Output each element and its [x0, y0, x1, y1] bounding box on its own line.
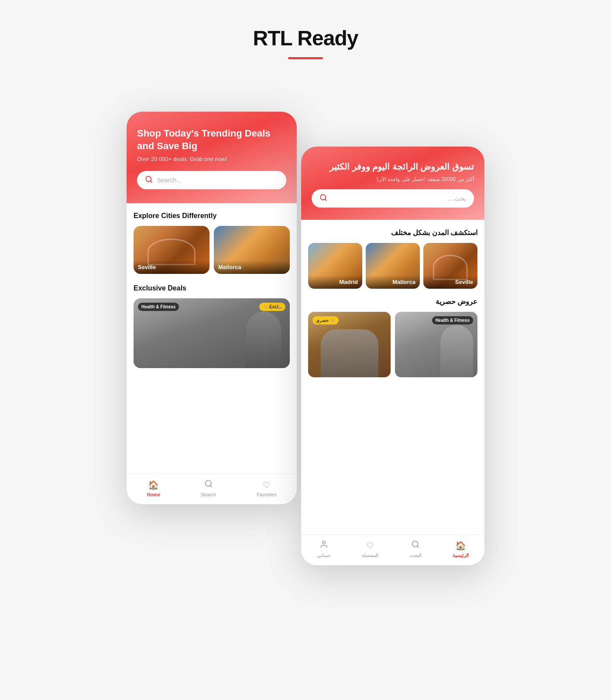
ltr-cities-row: Seville Mallorca [134, 226, 290, 274]
ltr-search-bar[interactable]: Search... [137, 171, 286, 189]
nav-search-label-rtl: البحث [410, 553, 422, 558]
rtl-cities-title: استكشف المدن بشكل مختلف [308, 229, 477, 237]
nav-favorites-label: Favorites [257, 492, 276, 497]
nav-search-ltr[interactable]: Search [201, 479, 216, 497]
city-name-mallorca: Mallorca [218, 264, 285, 270]
city-seville-ltr[interactable]: Seville [134, 226, 209, 274]
nav-account-label-rtl: حسابي [317, 553, 331, 558]
ltr-phone: Shop Today's Trending Deals and Save Big… [127, 112, 297, 504]
rtl-header-subtitle: أكثر من 20000 صفقة. احصل على واحدة الآن! [312, 176, 474, 182]
svg-line-5 [325, 199, 326, 200]
ltr-body: Explore Cities Differently Seville Mallo… [127, 203, 297, 474]
svg-point-8 [322, 541, 325, 544]
nav-favorites-label-rtl: المفضلة [362, 553, 378, 558]
city-name-madrid: Madrid [312, 279, 358, 285]
city-name-seville: Seville [138, 264, 205, 270]
ltr-header-subtitle: Over 20 000+ deals. Grab one now! [137, 156, 286, 162]
nav-home-label: Home [147, 492, 161, 497]
svg-line-3 [210, 485, 212, 487]
nav-home-ltr[interactable]: 🏠 Home [147, 480, 161, 497]
city-name-mallorca-rtl: Mallorca [370, 279, 415, 285]
city-madrid-rtl[interactable]: Madrid [308, 243, 362, 289]
search-nav-icon [204, 479, 213, 490]
rtl-header: تسوق العروض الرائجة اليوم ووفر الكثير أك… [301, 147, 484, 220]
search-nav-icon-rtl [411, 540, 420, 551]
svg-line-7 [417, 546, 419, 548]
rtl-search-bar[interactable]: بحث ... [312, 189, 474, 208]
nav-favorites-rtl[interactable]: ♡ المفضلة [362, 540, 378, 558]
rtl-phone: تسوق العروض الرائجة اليوم ووفر الكثير أك… [301, 147, 484, 565]
search-icon-rtl [319, 194, 327, 203]
ltr-deals-row: Health & Fitness 👑 Excl... [134, 298, 290, 368]
rtl-bottom-nav: 🏠 الرئيسية البحث ♡ المفضلة حسابي [301, 534, 484, 565]
phones-container: Shop Today's Trending Deals and Save Big… [127, 94, 484, 618]
city-mallorca-ltr[interactable]: Mallorca [214, 226, 290, 274]
heart-icon-rtl: ♡ [366, 540, 374, 551]
rtl-header-title: تسوق العروض الرائجة اليوم ووفر الكثير [312, 160, 474, 173]
rtl-search-placeholder: بحث ... [332, 195, 466, 202]
deal-badge-health-rtl: Health & Fitness [432, 316, 473, 324]
city-seville-rtl[interactable]: Seville [423, 243, 477, 289]
user-icon-rtl [319, 540, 328, 551]
nav-home-label-rtl: الرئيسية [453, 553, 469, 558]
rtl-body: استكشف المدن بشكل مختلف Madrid Mallorca [301, 220, 484, 534]
ltr-header: Shop Today's Trending Deals and Save Big… [127, 112, 297, 203]
city-mallorca-rtl[interactable]: Mallorca [366, 243, 420, 289]
deal-badge-exclusive-rtl: 👑 حصري [312, 316, 339, 324]
ltr-deals-title: Exclusive Deals [134, 284, 290, 292]
nav-home-rtl[interactable]: 🏠 الرئيسية [453, 540, 469, 558]
svg-line-1 [150, 181, 151, 182]
deal-card-rtl-2[interactable]: Health & Fitness [395, 312, 477, 377]
deal-card-fitness-ltr[interactable]: Health & Fitness 👑 Excl... [134, 298, 290, 368]
city-name-seville-rtl: Seville [428, 279, 473, 285]
nav-search-label: Search [201, 492, 216, 497]
heart-icon: ♡ [263, 480, 271, 490]
home-icon-rtl: 🏠 [455, 540, 466, 551]
ltr-header-title: Shop Today's Trending Deals and Save Big [137, 127, 286, 152]
rtl-deals-row: 👑 حصري Health & Fitness [308, 312, 477, 377]
ltr-bottom-nav: 🏠 Home Search ♡ Favorites [127, 474, 297, 504]
ltr-cities-title: Explore Cities Differently [134, 212, 290, 220]
rtl-deals-title: عروض حصرية [308, 297, 477, 306]
title-underline [288, 57, 323, 59]
ltr-search-placeholder: Search... [157, 177, 278, 184]
deal-badge-excl: 👑 Excl... [259, 303, 285, 311]
home-icon: 🏠 [148, 480, 159, 490]
deal-badge-health: Health & Fitness [138, 303, 179, 311]
page-title: RTL Ready [253, 26, 358, 50]
deal-card-rtl-1[interactable]: 👑 حصري [308, 312, 391, 377]
nav-favorites-ltr[interactable]: ♡ Favorites [257, 480, 276, 497]
nav-account-rtl[interactable]: حسابي [317, 540, 331, 558]
nav-search-rtl[interactable]: البحث [410, 540, 422, 558]
rtl-cities-row: Madrid Mallorca Seville [308, 243, 477, 289]
search-icon [145, 175, 153, 185]
